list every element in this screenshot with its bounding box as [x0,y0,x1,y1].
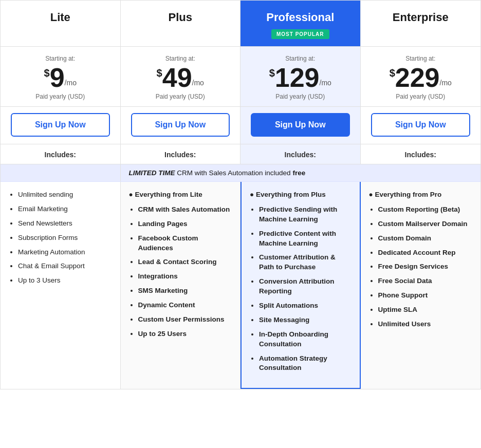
plus-period: /mo [192,79,204,87]
list-item: Dynamic Content [138,301,232,310]
plus-title: Plus [129,11,232,24]
pro-paid-yearly: Paid yearly (USD) [249,93,352,100]
lite-features-cell: Unlimited sending Email Marketing Send N… [1,182,121,389]
plus-paid-yearly: Paid yearly (USD) [129,93,232,100]
list-item: Unlimited sending [18,190,112,200]
list-item: Marketing Automation [18,248,112,257]
list-item: Split Automations [259,301,351,311]
list-item: Customer Attribution & Path to Purchase [259,253,351,272]
plus-includes: Includes: [121,144,241,164]
list-item: Chat & Email Support [18,262,112,271]
plus-header: Plus [121,1,241,46]
list-item: Lead & Contact Scoring [138,257,232,267]
banner-row: LIMITED TIME CRM with Sales Automation i… [1,164,480,182]
list-item: Automation Strategy Consultation [259,354,351,374]
price-row: Starting at: $ 9 /mo Paid yearly (USD) S… [1,47,480,107]
plus-features-cell: ● Everything from Lite CRM with Sales Au… [121,182,241,389]
list-item: Predictive Sending with Machine Learning [259,205,351,225]
lite-currency: $ [44,67,50,79]
plus-signup-button[interactable]: Sign Up Now [131,113,230,137]
list-item: Unlimited Users [378,320,473,329]
includes-row: Includes: Includes: Includes: Includes: [1,144,480,164]
most-popular-badge: MOST POPULAR [271,29,329,39]
plus-starting-at: Starting at: [129,55,232,62]
plus-currency: $ [157,67,162,79]
ent-features-list: ● Everything from Pro Custom Reporting (… [369,190,473,329]
plus-amount: 49 [162,64,192,91]
plus-cta-cell: Sign Up Now [121,107,241,144]
lite-signup-button[interactable]: Sign Up Now [11,113,110,137]
banner-spacer [1,164,121,181]
list-item: SMS Marketing [138,286,232,296]
list-item: Phone Support [378,291,473,301]
cta-row: Sign Up Now Sign Up Now Sign Up Now Sign… [1,107,480,144]
ent-starting-at: Starting at: [369,55,473,62]
list-item: Up to 25 Users [138,329,232,339]
list-item: Dedicated Account Rep [378,248,473,258]
enterprise-header: Enterprise [361,1,481,46]
features-row: Unlimited sending Email Marketing Send N… [1,182,480,389]
professional-price: Starting at: $ 129 /mo Paid yearly (USD) [240,47,361,106]
list-item: Send Newsletters [18,219,112,229]
lite-cta-cell: Sign Up Now [1,107,121,144]
list-item: Up to 3 Users [18,276,112,286]
pro-price-display: $ 129 /mo [249,64,352,91]
pro-features-cell: ● Everything from Plus Predictive Sendin… [240,182,361,389]
list-item: Conversion Attribution Reporting [259,277,351,296]
list-item: Custom Domain [378,234,473,244]
lite-header: Lite [1,1,121,46]
list-item: Site Messaging [259,315,351,325]
pro-features-list: ● Everything from Plus Predictive Sendin… [250,190,351,373]
pro-signup-button[interactable]: Sign Up Now [251,113,350,137]
banner-bold-text: free [292,169,305,177]
ent-cta-cell: Sign Up Now [361,107,481,144]
plus-price-display: $ 49 /mo [129,64,232,91]
pro-cta-cell: Sign Up Now [240,107,361,144]
list-item: Custom User Permissions [138,315,232,325]
list-item: CRM with Sales Automation [138,205,232,215]
pro-includes: Includes: [240,144,361,164]
ent-includes: Includes: [361,144,481,164]
professional-header: Professional MOST POPULAR [240,1,361,46]
pricing-table: Lite Plus Professional MOST POPULAR Ente… [0,0,481,389]
list-item: Free Design Services [378,262,473,272]
list-item: Custom Reporting (Beta) [378,205,473,215]
enterprise-price: Starting at: $ 229 /mo Paid yearly (USD) [361,47,481,106]
lite-features-list: Unlimited sending Email Marketing Send N… [9,190,112,286]
pro-period: /mo [320,79,331,87]
list-item: Custom Mailserver Domain [378,219,473,229]
ent-paid-yearly: Paid yearly (USD) [369,93,473,100]
enterprise-title: Enterprise [369,11,473,24]
list-item: ● Everything from Pro [369,190,473,200]
list-item: ● Everything from Lite [129,190,232,200]
plus-features-list: ● Everything from Lite CRM with Sales Au… [129,190,232,339]
pro-currency: $ [269,67,275,79]
list-item: Subscription Forms [18,233,112,243]
list-item: Landing Pages [138,219,232,229]
lite-paid-yearly: Paid yearly (USD) [9,93,112,100]
limited-time-label: LIMITED TIME [129,169,175,177]
list-item: Free Social Data [378,276,473,286]
lite-period: /mo [65,79,77,87]
lite-starting-at: Starting at: [9,55,112,62]
ent-currency: $ [390,67,395,79]
pro-starting-at: Starting at: [249,55,352,62]
ent-signup-button[interactable]: Sign Up Now [371,113,471,137]
ent-amount: 229 [395,64,440,91]
lite-amount: 9 [50,64,65,91]
badge-wrap: MOST POPULAR [249,26,352,39]
lite-price-display: $ 9 /mo [9,64,112,91]
pro-amount: 129 [275,64,320,91]
header-row: Lite Plus Professional MOST POPULAR Ente… [1,1,480,47]
ent-features-cell: ● Everything from Pro Custom Reporting (… [361,182,481,389]
lite-price: Starting at: $ 9 /mo Paid yearly (USD) [1,47,121,106]
list-item: Uptime SLA [378,305,473,315]
list-item: In-Depth Onboarding Consultation [259,330,351,349]
lite-includes: Includes: [1,144,121,164]
list-item: Facebook Custom Audiences [138,234,232,253]
plus-price: Starting at: $ 49 /mo Paid yearly (USD) [121,47,241,106]
list-item: Email Marketing [18,204,112,214]
ent-price-display: $ 229 /mo [369,64,473,91]
professional-title: Professional [249,11,352,24]
lite-title: Lite [9,11,112,24]
